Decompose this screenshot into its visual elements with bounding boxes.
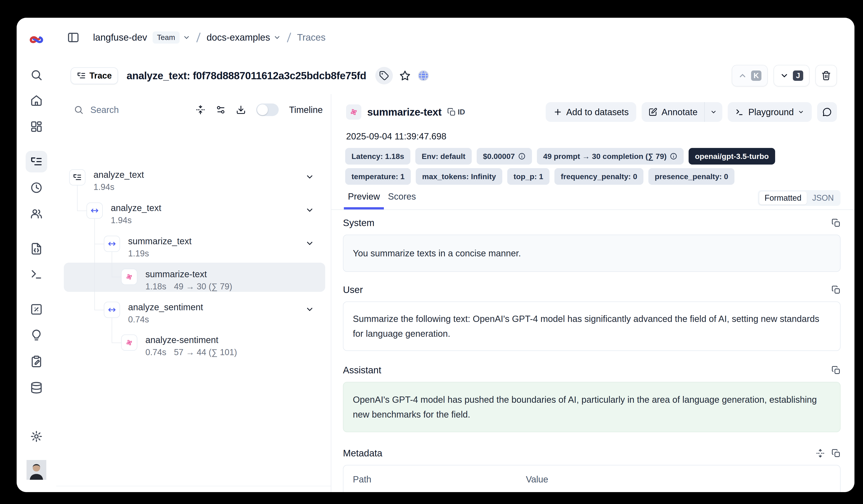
copy-icon[interactable] [831,366,840,375]
annotate-dropdown-chevron[interactable] [705,102,722,122]
user-avatar[interactable] [26,460,46,480]
tree-item-label: analyze-sentiment [146,335,218,345]
cost-badge[interactable]: $0.00007 [477,148,532,165]
tree-item-duration: 1.19s [128,248,149,259]
generation-icon [346,104,361,120]
shortcut-key-k: K [751,70,761,81]
nav-rail [17,18,57,492]
tracing-nav-icon[interactable] [26,151,47,172]
tag-icon [379,71,389,81]
user-heading: User [343,284,363,295]
tab-preview[interactable]: Preview [344,190,384,207]
breadcrumb-page[interactable]: Traces [297,32,326,43]
download-icon[interactable] [236,105,246,115]
copy-icon[interactable] [831,285,840,294]
annotation-clipboard-icon[interactable] [30,355,43,368]
metadata-table: Path Value [343,465,840,492]
chevron-down-icon[interactable] [305,206,314,215]
trace-tree: analyze_text 1.94s analyze_text 1.94s [56,126,331,492]
annotate-split-button: Annotate [642,102,722,122]
tree-item-analyze_text-root[interactable]: analyze_text 1.94s [56,169,331,203]
env-badge: Env: default [415,148,472,165]
breadcrumb-project[interactable]: langfuse-dev [93,32,147,43]
tab-scores[interactable]: Scores [384,190,420,207]
tree-item-duration: 0.74s [146,347,166,358]
display-settings-icon[interactable] [216,105,226,115]
chevron-up-icon [738,71,747,80]
tree-item-tokens: 49 → 30 (∑ 79) [174,281,232,292]
token-usage-badge[interactable]: 49 prompt → 30 completion (∑ 79) [537,148,684,165]
trace-nav-group: K J [732,65,837,87]
annotate-button[interactable]: Annotate [642,102,704,122]
dashboard-icon[interactable] [30,120,43,133]
tag-button[interactable] [375,67,393,85]
assistant-section-header: Assistant [343,365,840,376]
tree-item-analyze-sentiment-generation[interactable]: analyze-sentiment 0.74s 57 → 44 (∑ 101) [56,335,331,368]
tree-item-duration: 1.94s [111,215,132,225]
assistant-message: OpenAI's GPT-4 model has pushed the boun… [343,382,840,432]
tree-item-duration: 1.18s [146,281,166,292]
user-message-text: Summarize the following text: OpenAI's G… [353,311,831,341]
tree-item-summarize_text[interactable]: summarize_text 1.19s [56,236,331,269]
tree-item-label: analyze_text [93,170,144,180]
info-icon [518,153,526,160]
tree-item-analyze_text-span[interactable]: analyze_text 1.94s [56,203,331,236]
search-input[interactable] [90,105,158,115]
trace-type-button[interactable]: Trace [71,67,118,84]
delete-trace-button[interactable] [815,65,837,87]
playground-button[interactable]: Playground [728,102,812,122]
copy-id-button[interactable]: ID [447,108,465,116]
chevron-down-icon[interactable] [273,34,281,41]
comments-button[interactable] [817,102,837,122]
tree-toolbar: Timeline [196,103,323,116]
star-icon [399,70,411,81]
copy-icon[interactable] [831,449,840,458]
chevron-down-icon[interactable] [305,172,314,181]
home-icon[interactable] [30,94,43,107]
trace-type-label: Trace [89,71,112,81]
users-icon[interactable] [30,207,43,220]
user-message: Summarize the following text: OpenAI's G… [343,301,840,351]
tree-search-row: Timeline [56,94,331,126]
metadata-col-path: Path [353,474,526,484]
top-bar: langfuse-dev Team docs-examples Traces [56,18,854,57]
playground-terminal-icon[interactable] [30,268,43,281]
tree-item-label: analyze_text [111,203,161,213]
add-to-datasets-button[interactable]: Add to datasets [546,102,636,122]
chevron-down-icon[interactable] [305,239,314,248]
metadata-table-header: Path Value [343,465,840,492]
param-badge-top-p: top_p: 1 [507,168,550,185]
database-icon[interactable] [30,382,43,394]
chevron-down-icon[interactable] [183,34,190,41]
settings-gear-icon[interactable] [30,430,43,443]
tree-item-label: summarize_text [128,236,191,246]
model-badge[interactable]: openai/gpt-3.5-turbo [689,148,775,165]
sidebar-toggle-icon[interactable] [67,31,79,44]
format-toggle: Formatted JSON [758,190,840,206]
sessions-clock-icon[interactable] [30,181,43,194]
tree-item-summarize-text-generation[interactable]: summarize-text 1.18s 49 → 30 (∑ 79) [56,269,331,302]
search-nav-icon[interactable] [30,69,43,81]
prompts-file-icon[interactable] [30,243,43,255]
breadcrumb-environment[interactable]: docs-examples [207,32,270,43]
scores-percent-icon[interactable] [30,303,43,316]
bookmark-star-button[interactable] [399,70,411,81]
assistant-heading: Assistant [343,365,381,376]
tree-item-analyze_sentiment[interactable]: analyze_sentiment 0.74s [56,302,331,335]
next-trace-button[interactable]: J [774,65,810,87]
expand-vertical-icon[interactable] [816,449,825,458]
trash-icon [821,71,831,81]
format-formatted[interactable]: Formatted [759,192,807,205]
id-label: ID [458,108,465,116]
span-icon [87,203,103,219]
copy-icon[interactable] [831,218,840,228]
format-json[interactable]: JSON [807,192,839,205]
collapse-vertical-icon[interactable] [196,105,205,115]
public-globe-button[interactable] [417,69,430,82]
lightbulb-icon[interactable] [30,329,43,342]
timeline-toggle[interactable] [256,103,279,116]
chevron-down-icon[interactable] [305,305,314,314]
generation-icon [121,335,137,351]
system-message: You summarize texts in a concise manner. [343,235,840,272]
prev-trace-button[interactable]: K [732,65,768,87]
